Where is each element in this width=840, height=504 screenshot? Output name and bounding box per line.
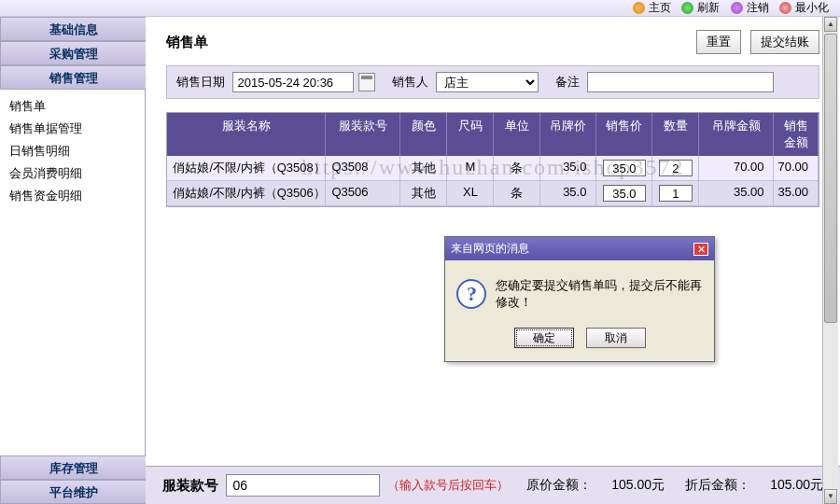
refresh-link[interactable]: 刷新	[679, 1, 721, 14]
content-area: 销售单 重置 提交结账 销售日期 销售人 店主 备注 服装名称 服装款号	[146, 17, 840, 504]
page-title: 销售单	[166, 34, 208, 51]
sidebar-section-sales[interactable]: 销售管理	[0, 65, 146, 90]
col-size: 尺码	[447, 113, 494, 156]
remark-label: 备注	[555, 74, 580, 91]
dialog-title: 来自网页的消息	[451, 241, 529, 257]
sale-price-input[interactable]	[603, 160, 646, 176]
sidebar-section-platform[interactable]: 平台维护	[0, 480, 146, 504]
submit-button[interactable]: 提交结账	[750, 30, 819, 54]
sidebar-item-sales-order[interactable]: 销售单	[9, 95, 135, 118]
seller-select[interactable]: 店主	[436, 72, 539, 92]
seller-label: 销售人	[392, 74, 428, 91]
minimize-icon	[779, 2, 791, 14]
col-name: 服装名称	[167, 113, 326, 156]
grid-header: 服装名称 服装款号 颜色 尺码 单位 吊牌价 销售价 数量 吊牌金额 销售金额	[167, 113, 819, 156]
ok-button[interactable]: 确定	[514, 328, 574, 348]
disc-amount-value: 105.00元	[758, 477, 823, 494]
refresh-icon	[681, 2, 693, 14]
col-code: 服装款号	[326, 113, 400, 156]
home-icon	[633, 2, 645, 14]
sales-grid: 服装名称 服装款号 颜色 尺码 单位 吊牌价 销售价 数量 吊牌金额 销售金额 …	[166, 112, 819, 207]
sidebar-item-member-detail[interactable]: 会员消费明细	[9, 162, 135, 185]
home-link[interactable]: 主页	[631, 1, 673, 14]
sidebar-section-purchase[interactable]: 采购管理	[0, 41, 146, 65]
orig-amount-label: 原价金额：	[526, 477, 592, 494]
filter-bar: 销售日期 销售人 店主 备注	[166, 65, 819, 99]
sidebar-section-stock[interactable]: 库存管理	[0, 455, 146, 480]
code-hint: （输入款号后按回车）	[387, 477, 509, 494]
scroll-up-icon[interactable]: ▲	[824, 17, 837, 32]
date-label: 销售日期	[176, 74, 225, 91]
orig-amount-value: 105.00元	[599, 477, 665, 494]
question-icon: ?	[456, 279, 486, 309]
remark-input[interactable]	[587, 72, 774, 92]
sidebar-item-daily-detail[interactable]: 日销售明细	[9, 140, 135, 162]
date-input[interactable]	[232, 72, 354, 92]
grid-row[interactable]: 俏姑娘/不限/内裤（Q3508） Q3508 其他 M 条 35.0 70.00…	[167, 156, 819, 181]
col-unit: 单位	[494, 113, 540, 156]
confirm-dialog: 来自网页的消息 ✕ ? 您确定要提交销售单吗，提交后不能再修改！ 确定 取消	[444, 236, 715, 362]
col-tagamt: 吊牌金额	[699, 113, 774, 156]
sidebar-items: 销售单 销售单据管理 日销售明细 会员消费明细 销售资金明细	[0, 90, 146, 213]
col-tag: 吊牌价	[540, 113, 596, 156]
col-qty: 数量	[652, 113, 699, 156]
sidebar-item-sales-doc[interactable]: 销售单据管理	[9, 118, 135, 140]
scroll-thumb[interactable]	[824, 34, 837, 323]
col-color: 颜色	[400, 113, 447, 156]
sidebar-item-fund-detail[interactable]: 销售资金明细	[9, 185, 135, 207]
code-label: 服装款号	[162, 477, 218, 495]
dialog-message: 您确定要提交销售单吗，提交后不能再修改！	[496, 277, 703, 311]
col-sale: 销售价	[596, 113, 652, 156]
sale-price-input[interactable]	[603, 185, 646, 202]
cancel-button[interactable]: 取消	[586, 328, 646, 348]
code-input[interactable]	[226, 474, 380, 497]
grid-row[interactable]: 俏姑娘/不限/内裤（Q3506） Q3506 其他 XL 条 35.0 35.0…	[167, 181, 819, 206]
sidebar: 基础信息 采购管理 销售管理 销售单 销售单据管理 日销售明细 会员消费明细 销…	[0, 17, 146, 504]
sidebar-section-basic[interactable]: 基础信息	[0, 17, 146, 41]
minimize-link[interactable]: 最小化	[777, 1, 831, 14]
col-saleamt: 销售金额	[774, 113, 819, 156]
footer-bar: 服装款号 （输入款号后按回车） 原价金额： 105.00元 折后金额： 105.…	[146, 466, 840, 504]
logout-link[interactable]: 注销	[729, 1, 771, 14]
vertical-scrollbar[interactable]: ▲ ▼	[822, 17, 838, 504]
qty-input[interactable]	[659, 185, 693, 202]
scroll-down-icon[interactable]: ▼	[824, 489, 837, 504]
logout-icon	[731, 2, 743, 14]
top-toolbar: 主页 刷新 注销 最小化	[0, 0, 840, 17]
reset-button[interactable]: 重置	[696, 30, 741, 54]
disc-amount-label: 折后金额：	[685, 477, 750, 494]
close-icon[interactable]: ✕	[693, 243, 708, 256]
calendar-icon[interactable]	[358, 73, 375, 91]
qty-input[interactable]	[659, 160, 693, 176]
